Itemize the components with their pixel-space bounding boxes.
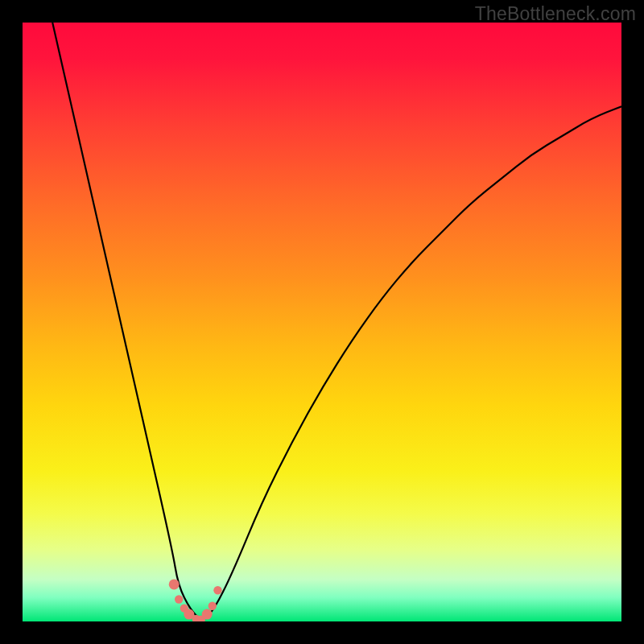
bottleneck-curve	[52, 23, 621, 618]
marker-dot	[213, 586, 221, 594]
marker-dot	[175, 595, 183, 603]
marker-dot	[202, 609, 213, 620]
marker-dot	[208, 602, 217, 610]
plot-area	[23, 23, 621, 621]
chart-frame: TheBottleneck.com	[0, 0, 644, 644]
marker-dot	[169, 579, 180, 589]
watermark-text: TheBottleneck.com	[475, 3, 636, 25]
highlight-markers	[169, 579, 222, 621]
curve-line	[52, 23, 621, 618]
curve-svg	[23, 23, 621, 621]
